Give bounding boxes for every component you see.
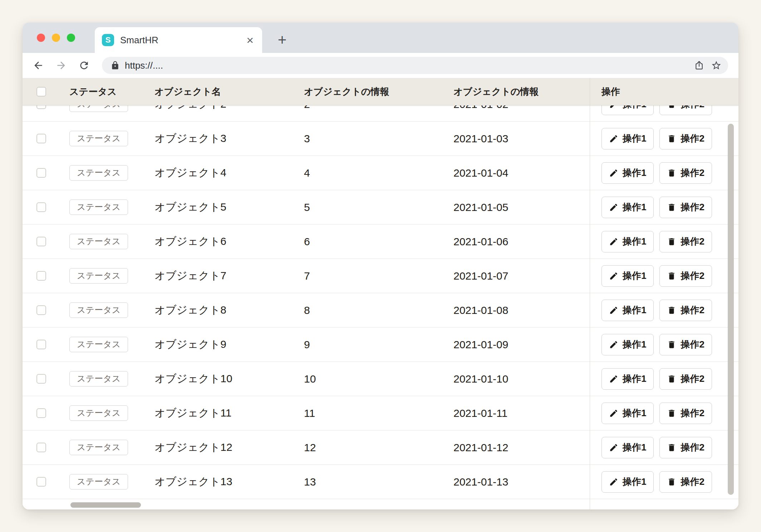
object-info-number: 8 bbox=[304, 304, 310, 316]
bookmark-star-icon[interactable] bbox=[711, 60, 722, 72]
browser-tab[interactable]: S SmartHR × bbox=[95, 27, 262, 53]
status-badge: ステータス bbox=[69, 474, 128, 489]
edit-button[interactable]: 操作1 bbox=[602, 231, 654, 252]
edit-button[interactable]: 操作1 bbox=[602, 471, 654, 493]
edit-button[interactable]: 操作1 bbox=[602, 437, 654, 458]
edit-button[interactable]: 操作1 bbox=[602, 403, 654, 424]
object-name: オブジェクト8 bbox=[154, 303, 226, 317]
row-checkbox[interactable] bbox=[36, 202, 46, 212]
row-checkbox[interactable] bbox=[36, 271, 46, 281]
edit-button[interactable]: 操作1 bbox=[602, 162, 654, 184]
window-minimize-button[interactable] bbox=[52, 34, 60, 42]
object-name: オブジェクト11 bbox=[154, 406, 231, 420]
delete-button-label: 操作2 bbox=[681, 476, 704, 488]
edit-button-label: 操作1 bbox=[623, 167, 646, 179]
edit-button-label: 操作1 bbox=[623, 407, 646, 419]
trash-icon bbox=[667, 443, 676, 452]
pencil-icon bbox=[609, 409, 618, 418]
object-info-date: 2021-01-08 bbox=[453, 304, 508, 316]
row-checkbox[interactable] bbox=[36, 443, 46, 452]
trash-icon bbox=[667, 477, 676, 487]
pencil-icon bbox=[609, 340, 618, 349]
object-info-number: 6 bbox=[304, 236, 310, 248]
edit-button[interactable]: 操作1 bbox=[602, 265, 654, 287]
edit-button-label: 操作1 bbox=[623, 304, 646, 316]
row-checkbox[interactable] bbox=[36, 237, 46, 246]
header-actions: 操作 bbox=[602, 85, 620, 98]
delete-button[interactable]: 操作2 bbox=[659, 334, 712, 355]
object-name: オブジェクト9 bbox=[154, 337, 226, 352]
pencil-icon bbox=[609, 443, 618, 452]
object-info-date: 2021-01-10 bbox=[453, 373, 508, 385]
edit-button[interactable]: 操作1 bbox=[602, 300, 654, 321]
edit-button-label: 操作1 bbox=[623, 338, 646, 351]
object-name: オブジェクト6 bbox=[154, 234, 226, 249]
delete-button[interactable]: 操作2 bbox=[659, 403, 712, 424]
delete-button[interactable]: 操作2 bbox=[659, 197, 712, 218]
reload-icon[interactable] bbox=[78, 59, 90, 72]
row-checkbox[interactable] bbox=[36, 340, 46, 349]
fixed-column-divider bbox=[590, 78, 590, 509]
delete-button[interactable]: 操作2 bbox=[659, 231, 712, 252]
vertical-scrollbar-thumb[interactable] bbox=[728, 124, 734, 495]
status-badge: ステータス bbox=[69, 131, 128, 146]
delete-button[interactable]: 操作2 bbox=[659, 368, 712, 390]
delete-button[interactable]: 操作2 bbox=[659, 162, 712, 184]
table-row: ステータス オブジェクト10 10 2021-01-10 操作1 操作2 bbox=[23, 362, 738, 396]
browser-toolbar: https://.... bbox=[23, 53, 738, 78]
object-name: オブジェクト7 bbox=[154, 269, 226, 283]
smarthr-favicon-icon: S bbox=[102, 34, 114, 46]
window-close-button[interactable] bbox=[37, 34, 45, 42]
row-checkbox[interactable] bbox=[36, 374, 46, 384]
edit-button[interactable]: 操作1 bbox=[602, 368, 654, 390]
object-info-date: 2021-01-06 bbox=[453, 236, 508, 248]
object-name: オブジェクト4 bbox=[154, 166, 226, 180]
url-bar[interactable]: https://.... bbox=[102, 57, 728, 74]
delete-button-label: 操作2 bbox=[681, 235, 704, 248]
new-tab-button[interactable]: + bbox=[271, 27, 294, 53]
object-info-date: 2021-01-07 bbox=[453, 270, 508, 282]
edit-button[interactable]: 操作1 bbox=[602, 197, 654, 218]
delete-button[interactable]: 操作2 bbox=[659, 265, 712, 287]
delete-button[interactable]: 操作2 bbox=[659, 437, 712, 458]
table-row: ステータス オブジェクト11 11 2021-01-11 操作1 操作2 bbox=[23, 396, 738, 430]
header-object-name: オブジェクト名 bbox=[154, 85, 221, 98]
pencil-icon bbox=[609, 306, 618, 315]
object-name: オブジェクト12 bbox=[154, 440, 232, 455]
header-object-info-2: オブジェクトの情報 bbox=[453, 85, 539, 98]
tab-close-icon[interactable]: × bbox=[246, 34, 254, 46]
status-badge: ステータス bbox=[69, 405, 128, 421]
table-row: ステータス オブジェクト12 12 2021-01-12 操作1 操作2 bbox=[23, 430, 738, 465]
delete-button[interactable]: 操作2 bbox=[659, 128, 712, 149]
object-info-number: 9 bbox=[304, 339, 310, 351]
row-checkbox[interactable] bbox=[36, 408, 46, 418]
trash-icon bbox=[667, 237, 676, 246]
object-info-date: 2021-01-03 bbox=[453, 133, 508, 145]
horizontal-scrollbar-thumb[interactable] bbox=[70, 502, 141, 508]
forward-icon[interactable] bbox=[55, 59, 68, 72]
row-checkbox[interactable] bbox=[36, 168, 46, 178]
row-checkbox[interactable] bbox=[36, 305, 46, 315]
window-zoom-button[interactable] bbox=[67, 34, 75, 42]
edit-button[interactable]: 操作1 bbox=[602, 128, 654, 149]
back-icon[interactable] bbox=[32, 59, 45, 72]
pencil-icon bbox=[609, 134, 618, 143]
edit-button[interactable]: 操作1 bbox=[602, 334, 654, 355]
delete-button[interactable]: 操作2 bbox=[659, 471, 712, 493]
row-checkbox[interactable] bbox=[36, 134, 46, 143]
object-info-date: 2021-01-04 bbox=[453, 167, 508, 179]
row-checkbox[interactable] bbox=[36, 477, 46, 487]
status-badge: ステータス bbox=[69, 440, 128, 455]
edit-button-label: 操作1 bbox=[623, 441, 646, 454]
object-info-date: 2021-01-09 bbox=[453, 339, 508, 351]
share-icon[interactable] bbox=[694, 60, 704, 72]
select-all-checkbox[interactable] bbox=[36, 87, 46, 97]
object-name: オブジェクト5 bbox=[154, 200, 226, 215]
edit-button-label: 操作1 bbox=[623, 235, 646, 248]
delete-button[interactable]: 操作2 bbox=[659, 300, 712, 321]
trash-icon bbox=[667, 340, 676, 349]
object-info-number: 13 bbox=[304, 476, 316, 488]
object-info-number: 3 bbox=[304, 133, 310, 145]
delete-button-label: 操作2 bbox=[681, 132, 704, 145]
status-badge: ステータス bbox=[69, 200, 128, 215]
